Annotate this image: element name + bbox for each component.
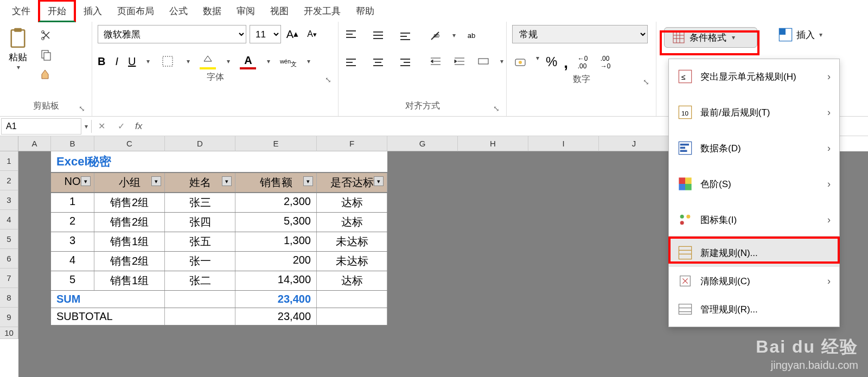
enter-formula-icon[interactable]: ✓ — [111, 121, 131, 131]
increase-indent-icon[interactable] — [451, 53, 468, 69]
filter-icon[interactable]: ▾ — [81, 176, 91, 186]
row-header[interactable]: 8 — [0, 288, 18, 308]
table-row: 2销售2组张四5,300达标 — [51, 213, 387, 232]
col-header[interactable]: G — [387, 136, 458, 151]
row-header[interactable]: 6 — [0, 249, 18, 269]
menu-formulas[interactable]: 公式 — [162, 2, 195, 21]
decrease-decimal-icon[interactable]: .00→0 — [597, 54, 614, 71]
fx-icon[interactable]: fx — [131, 121, 146, 132]
wrap-text-button[interactable]: ab — [463, 27, 480, 43]
row-headers: 12345678910 — [0, 151, 18, 377]
clipboard-launcher[interactable]: ⤡ — [79, 104, 85, 113]
col-header[interactable]: I — [528, 136, 599, 151]
cancel-formula-icon[interactable]: ✕ — [92, 121, 111, 131]
filter-icon[interactable]: ▾ — [374, 176, 384, 186]
border-button[interactable] — [159, 53, 176, 69]
orientation-button[interactable]: ab — [427, 27, 444, 43]
comma-button[interactable]: , — [564, 54, 568, 72]
svg-rect-8 — [478, 59, 488, 64]
svg-text:≤: ≤ — [681, 73, 686, 81]
svg-text:10: 10 — [681, 110, 688, 117]
align-top-icon[interactable] — [343, 27, 359, 43]
col-header[interactable]: D — [165, 136, 235, 151]
svg-rect-29 — [679, 246, 691, 259]
phonetic-button[interactable]: wén文 — [280, 53, 296, 69]
cf-data-bars[interactable]: 数据条(D)› — [669, 134, 839, 162]
menu-file[interactable]: 文件 — [4, 2, 38, 21]
row-header[interactable]: 2 — [0, 171, 18, 190]
font-size-select[interactable]: 11 — [250, 25, 281, 43]
col-header[interactable]: F — [317, 136, 387, 151]
font-color-button[interactable]: A — [240, 53, 256, 69]
align-bottom-icon[interactable] — [397, 27, 413, 43]
menu-data[interactable]: 数据 — [195, 2, 229, 21]
svg-rect-0 — [11, 30, 25, 47]
copy-icon[interactable] — [38, 47, 54, 63]
svg-rect-25 — [685, 184, 692, 190]
row-header[interactable]: 9 — [0, 308, 18, 327]
decrease-font-icon[interactable]: A▾ — [304, 26, 320, 42]
menu-help[interactable]: 帮助 — [348, 2, 382, 21]
svg-rect-22 — [679, 177, 685, 184]
paste-button[interactable]: 粘贴 ▾ — [2, 25, 34, 73]
cf-color-scales[interactable]: 色阶(S)› — [669, 170, 839, 198]
format-painter-icon[interactable] — [38, 66, 54, 82]
underline-button[interactable]: U — [128, 55, 136, 68]
currency-button[interactable] — [512, 54, 528, 71]
decrease-indent-icon[interactable] — [427, 53, 444, 69]
cf-icon-sets[interactable]: 图标集(I)› — [669, 206, 839, 234]
increase-font-icon[interactable]: A▴ — [284, 26, 301, 42]
align-left-icon[interactable] — [343, 54, 359, 71]
cf-top-rules[interactable]: 10最前/最后规则(T)› — [669, 98, 839, 126]
increase-decimal-icon[interactable]: ←0.00 — [575, 54, 591, 71]
col-header[interactable]: C — [94, 136, 165, 151]
row-header[interactable]: 3 — [0, 190, 18, 210]
select-all-corner[interactable] — [0, 136, 18, 151]
name-box[interactable] — [1, 118, 81, 135]
cf-highlight-rules[interactable]: ≤突出显示单元格规则(H)› — [669, 62, 839, 91]
col-header[interactable]: H — [458, 136, 528, 151]
align-middle-icon[interactable] — [370, 27, 386, 43]
filter-icon[interactable]: ▾ — [151, 176, 161, 186]
cut-icon[interactable] — [38, 27, 54, 43]
col-header[interactable]: A — [18, 136, 51, 151]
row-header[interactable]: 5 — [0, 229, 18, 249]
row-header[interactable]: 10 — [0, 327, 18, 339]
font-name-select[interactable]: 微软雅黑 — [98, 25, 246, 43]
menu-home[interactable]: 开始 — [38, 0, 76, 22]
table-row: 4销售2组张一200未达标 — [51, 252, 387, 271]
number-format-select[interactable]: 常规 — [512, 25, 648, 43]
italic-button[interactable]: I — [115, 55, 118, 68]
cf-new-rule[interactable]: 新建规则(N)... — [669, 239, 839, 267]
menu-dev[interactable]: 开发工具 — [296, 2, 348, 21]
menu-insert[interactable]: 插入 — [76, 2, 110, 21]
row-header[interactable]: 7 — [0, 269, 18, 288]
cf-manage-rules[interactable]: 管理规则(R)... — [669, 295, 839, 323]
font-label: 字体 — [207, 72, 224, 81]
font-launcher[interactable]: ⤡ — [325, 75, 331, 84]
align-center-icon[interactable] — [370, 54, 386, 71]
col-header[interactable]: B — [51, 136, 94, 151]
conditional-formatting-button[interactable]: 条件格式 ▾ — [664, 27, 757, 48]
menu-layout[interactable]: 页面布局 — [110, 2, 162, 21]
merge-button[interactable] — [475, 53, 492, 69]
filter-icon[interactable]: ▾ — [222, 176, 232, 186]
menu-review[interactable]: 审阅 — [229, 2, 263, 21]
filter-icon[interactable]: ▾ — [303, 176, 313, 186]
menu-view[interactable]: 视图 — [263, 2, 296, 21]
col-header[interactable]: J — [599, 136, 669, 151]
align-right-icon[interactable] — [397, 54, 413, 71]
row-header[interactable]: 4 — [0, 210, 18, 229]
col-header[interactable]: E — [235, 136, 317, 151]
percent-button[interactable]: % — [546, 54, 557, 72]
bold-button[interactable]: B — [98, 55, 105, 68]
align-launcher[interactable]: ⤡ — [493, 104, 500, 113]
row-header[interactable]: 1 — [0, 151, 18, 171]
cf-clear-rules[interactable]: 清除规则(C)› — [669, 267, 839, 295]
insert-cells-button[interactable]: 插入 ▾ — [773, 25, 866, 44]
fill-color-button[interactable] — [200, 53, 216, 69]
svg-point-26 — [680, 215, 684, 219]
svg-point-27 — [686, 215, 690, 219]
svg-rect-23 — [685, 177, 692, 184]
number-launcher[interactable]: ⤡ — [643, 78, 649, 86]
